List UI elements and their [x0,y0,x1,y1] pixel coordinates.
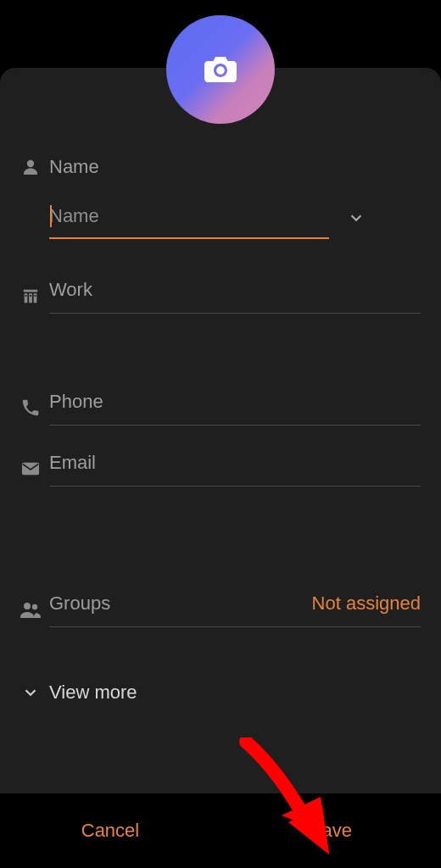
email-icon [21,461,40,476]
phone-icon [21,398,40,417]
person-icon [20,157,41,177]
view-more-button[interactable]: View more [0,670,441,715]
svg-rect-2 [30,295,31,297]
cancel-button[interactable]: Cancel [0,793,220,868]
name-section-header: Name [0,144,441,190]
save-label: Save [310,820,352,842]
svg-rect-3 [35,295,36,297]
view-more-label: View more [49,682,424,704]
svg-rect-1 [25,295,27,297]
save-button[interactable]: Save [220,793,441,868]
work-label: Work [49,279,421,314]
svg-point-5 [24,603,31,609]
cancel-label: Cancel [81,820,139,842]
work-field[interactable]: Work [0,273,441,319]
expand-name-fields-button[interactable] [336,209,377,227]
building-icon [21,287,40,305]
svg-point-6 [32,604,37,609]
email-field[interactable]: Email [0,446,441,492]
chevron-down-icon [21,683,40,702]
bottom-action-bar: Cancel Save [0,793,441,868]
chevron-down-icon [347,209,366,227]
phone-label: Phone [49,391,421,426]
name-placeholder: Name [49,197,329,237]
name-label: Name [49,156,424,178]
camera-icon [203,53,238,86]
groups-label: Groups [49,593,110,615]
groups-value: Not assigned [312,593,421,615]
groups-icon [20,601,42,618]
contact-form-panel: Name Name Work [0,68,441,793]
contact-photo-button[interactable] [166,15,275,124]
phone-field[interactable]: Phone [0,385,441,431]
svg-point-0 [27,160,34,167]
groups-field[interactable]: Groups Not assigned [0,587,441,632]
email-label: Email [49,452,421,487]
name-input[interactable]: Name [49,197,329,239]
